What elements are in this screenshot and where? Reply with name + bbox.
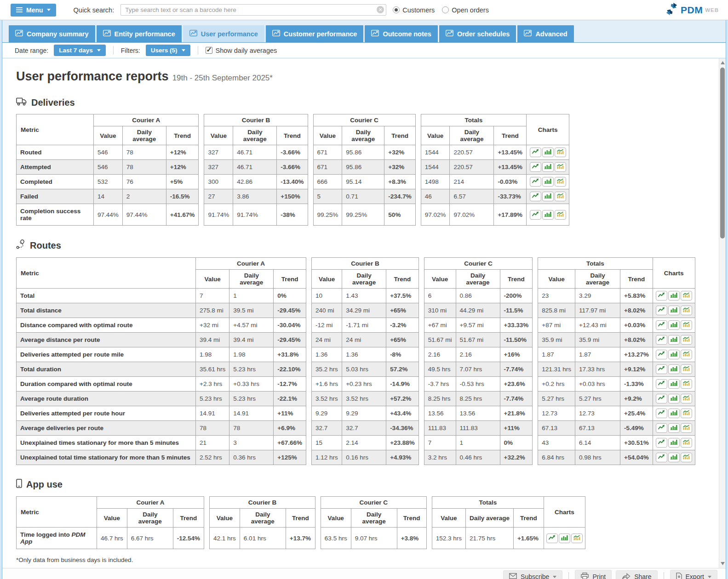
daily-average-cell: 95.14 bbox=[342, 175, 384, 189]
tab-customer-performance[interactable]: Customer performance bbox=[266, 25, 364, 42]
line-chart-button[interactable] bbox=[656, 438, 667, 448]
column-header-value: Value bbox=[321, 509, 351, 528]
area-chart-button[interactable] bbox=[681, 453, 692, 462]
line-chart-button[interactable] bbox=[656, 335, 667, 345]
export-button[interactable]: Export bbox=[670, 570, 717, 579]
share-button[interactable]: Share bbox=[616, 570, 657, 579]
tab-label: User performance bbox=[201, 30, 258, 38]
bar-chart-button[interactable] bbox=[668, 379, 680, 389]
bar-chart-button[interactable] bbox=[668, 409, 680, 418]
tab-company-summary[interactable]: Company summary bbox=[9, 25, 95, 42]
bar-chart-button[interactable] bbox=[668, 394, 680, 403]
area-chart-button[interactable] bbox=[681, 350, 692, 359]
bar-chart-button[interactable] bbox=[668, 320, 680, 330]
area-chart-button[interactable] bbox=[555, 162, 566, 172]
column-header-value: Value bbox=[94, 126, 123, 145]
column-header-trend: Trend bbox=[620, 270, 653, 289]
line-chart-button[interactable] bbox=[530, 162, 541, 172]
scrollbar-thumb[interactable] bbox=[720, 68, 725, 238]
bar-chart-button[interactable] bbox=[668, 453, 680, 462]
subscribe-button[interactable]: Subscribe bbox=[503, 570, 562, 579]
area-chart-button[interactable] bbox=[555, 148, 566, 157]
value-cell: 152.3 hrs bbox=[432, 528, 465, 549]
trend-cell: +8.02% bbox=[620, 333, 653, 347]
area-chart-button[interactable] bbox=[681, 364, 692, 374]
value-cell: +87 mi bbox=[538, 318, 575, 333]
bar-chart-button[interactable] bbox=[542, 148, 554, 157]
bar-chart-button[interactable] bbox=[668, 423, 680, 433]
area-chart-button[interactable] bbox=[555, 192, 566, 201]
area-chart-button[interactable] bbox=[571, 534, 583, 543]
print-button[interactable]: Print bbox=[575, 570, 612, 579]
area-chart-button[interactable] bbox=[555, 177, 566, 187]
line-chart-icon bbox=[658, 439, 665, 446]
area-chart-button[interactable] bbox=[555, 210, 566, 220]
area-chart-button[interactable] bbox=[681, 335, 692, 345]
line-chart-button[interactable] bbox=[656, 306, 667, 315]
menu-button[interactable]: Menu bbox=[11, 4, 56, 17]
line-chart-button[interactable] bbox=[656, 350, 667, 359]
bar-chart-button[interactable] bbox=[668, 364, 680, 374]
tab-advanced[interactable]: Advanced bbox=[517, 25, 573, 42]
date-range-dropdown[interactable]: Last 7 days bbox=[54, 45, 106, 56]
charts-cell bbox=[527, 175, 569, 189]
bar-chart-button[interactable] bbox=[668, 291, 680, 301]
bar-chart-button[interactable] bbox=[542, 177, 554, 187]
bar-chart-button[interactable] bbox=[542, 210, 554, 220]
show-daily-averages-checkbox[interactable]: Show daily averages bbox=[206, 47, 277, 54]
bar-chart-icon bbox=[670, 439, 677, 446]
column-spacer bbox=[418, 362, 424, 377]
area-chart-button[interactable] bbox=[681, 394, 692, 403]
scroll-down-arrow-icon[interactable] bbox=[719, 560, 726, 567]
bar-chart-button[interactable] bbox=[542, 162, 554, 172]
area-chart-button[interactable] bbox=[681, 320, 692, 330]
bar-chart-button[interactable] bbox=[559, 534, 570, 543]
area-chart-button[interactable] bbox=[681, 306, 692, 315]
area-chart-button[interactable] bbox=[681, 409, 692, 418]
users-filter-dropdown[interactable]: Users (5) bbox=[146, 45, 190, 56]
pdm-logo-icon bbox=[665, 2, 678, 17]
column-header-daily-average: Daily average bbox=[351, 509, 397, 528]
metric-cell: Total bbox=[17, 289, 196, 303]
tab-order-schedules[interactable]: Order schedules bbox=[439, 25, 516, 42]
line-chart-button[interactable] bbox=[656, 379, 667, 389]
line-chart-button[interactable] bbox=[656, 320, 667, 330]
tab-user-performance[interactable]: User performance bbox=[183, 25, 264, 42]
menu-label: Menu bbox=[26, 6, 43, 14]
value-cell: 97.44% bbox=[94, 204, 123, 226]
line-chart-button[interactable] bbox=[530, 177, 541, 187]
line-chart-button[interactable] bbox=[656, 409, 667, 418]
radio-option-customers[interactable]: Customers bbox=[393, 6, 435, 14]
line-chart-button[interactable] bbox=[656, 291, 667, 301]
bar-chart-button[interactable] bbox=[668, 350, 680, 359]
scroll-up-arrow-icon[interactable] bbox=[719, 59, 726, 66]
line-chart-button[interactable] bbox=[656, 423, 667, 433]
value-cell: 3.52 hrs bbox=[311, 392, 342, 406]
value-cell: 12.73 bbox=[538, 406, 575, 421]
value-cell: 8.25 hrs bbox=[424, 392, 456, 406]
area-chart-button[interactable] bbox=[681, 438, 692, 448]
bar-chart-button[interactable] bbox=[668, 335, 680, 345]
area-chart-button[interactable] bbox=[681, 291, 692, 301]
table-row: Deliveries attempted per route hour14.91… bbox=[17, 406, 695, 421]
line-chart-button[interactable] bbox=[656, 453, 667, 462]
area-chart-button[interactable] bbox=[681, 379, 692, 389]
line-chart-button[interactable] bbox=[530, 148, 541, 157]
bar-chart-button[interactable] bbox=[668, 438, 680, 448]
daily-average-cell: 3.29 bbox=[575, 289, 620, 303]
radio-option-open-orders[interactable]: Open orders bbox=[442, 6, 489, 14]
column-header-trend: Trend bbox=[277, 126, 308, 145]
line-chart-button[interactable] bbox=[530, 210, 541, 220]
line-chart-button[interactable] bbox=[530, 192, 541, 201]
tab-outcome-notes[interactable]: Outcome notes bbox=[365, 25, 438, 42]
line-chart-button[interactable] bbox=[656, 394, 667, 403]
trend-cell: +57.2% bbox=[386, 392, 419, 406]
line-chart-button[interactable] bbox=[656, 364, 667, 374]
bar-chart-button[interactable] bbox=[668, 306, 680, 315]
tab-entity-performance[interactable]: Entity performance bbox=[97, 25, 182, 42]
bar-chart-button[interactable] bbox=[542, 192, 554, 201]
line-chart-button[interactable] bbox=[546, 534, 558, 543]
search-input[interactable] bbox=[120, 4, 386, 16]
area-chart-icon bbox=[556, 211, 564, 218]
area-chart-button[interactable] bbox=[681, 423, 692, 433]
